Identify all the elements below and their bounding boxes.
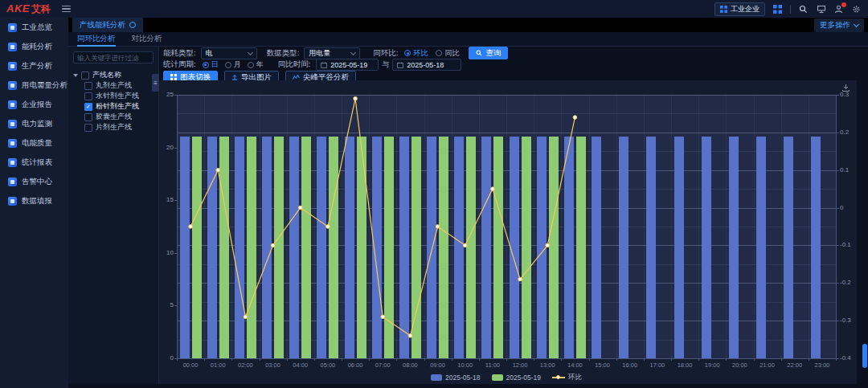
axis-tick (837, 245, 839, 246)
x-axis-tick-label: 14:00 (563, 362, 587, 369)
sidebar-item-energy-analysis[interactable]: 能耗分析 (0, 37, 68, 56)
legend-line-marker (552, 377, 565, 378)
sidebar-item-industry-overview[interactable]: 工业总览 (0, 18, 68, 37)
calendar-icon (397, 62, 403, 68)
x-axis-tick-label: 06:00 (343, 362, 367, 369)
x-axis-tick-label: 12:00 (508, 362, 532, 369)
period-radio-年[interactable]: 年 (248, 59, 264, 70)
scrollbar-thumb[interactable] (862, 344, 867, 368)
date-picker-start[interactable]: 2025-05-19 (316, 59, 379, 71)
subtab-bar: 同环比分析对比分析 (68, 32, 868, 47)
line-point (189, 225, 193, 229)
sidebar-item-statistics-report[interactable]: 统计报表 (0, 153, 68, 172)
logo-text-cn: 艾科 (31, 2, 51, 16)
x-axis-tick-label: 01:00 (206, 362, 230, 369)
line-point (518, 277, 522, 281)
filter-row-2: 统计周期: 日月年 同比时间: 2025-05-19 与 2025-05-18 (163, 59, 461, 71)
legend-item-ratio[interactable]: 环比 (552, 373, 582, 382)
left-axis-tick-label: 0 (161, 355, 174, 361)
legend-item-2025-05-19[interactable]: 2025-05-19 (492, 374, 541, 382)
energy-type-select[interactable]: 电 (201, 47, 257, 59)
tree-item-tablet-line[interactable]: 片剂生产线 (68, 122, 158, 133)
tab-product-line-energy[interactable]: 产线能耗分析 (72, 18, 143, 32)
industry-overview-icon (8, 23, 17, 32)
energy-analysis-icon (8, 43, 17, 51)
axis-tick (837, 170, 839, 171)
enterprise-switch-button[interactable]: 工业企业 (714, 2, 765, 16)
ratio-type-label: 同环比: (373, 48, 398, 59)
line-point (463, 243, 467, 247)
tab-close-icon[interactable] (129, 22, 136, 28)
axis-tick (698, 358, 699, 361)
data-type-label: 数据类型: (267, 48, 300, 59)
power-monitor-icon (8, 120, 17, 129)
axis-tick (671, 358, 672, 361)
more-actions-button[interactable]: 更多操作 (814, 18, 864, 32)
line-point (546, 243, 550, 247)
line-point (326, 225, 330, 229)
date-separator: 与 (382, 59, 389, 70)
axis-tick (506, 358, 507, 361)
ratio-radio-group: 环比同比 (404, 48, 459, 59)
tree-item-water-injection-line[interactable]: 水针剂生产线 (68, 91, 158, 101)
period-radio-日[interactable]: 日 (203, 59, 219, 70)
axis-tick (616, 358, 617, 361)
sidebar-item-power-demand[interactable]: 用电需量分析 (0, 76, 68, 95)
x-axis-tick-label: 00:00 (178, 362, 203, 369)
energy-chart: 05101520250.30.20.10-0.1-0.2-0.3-0.400:0… (159, 80, 857, 384)
tree-root-checkbox[interactable] (81, 71, 89, 80)
tree-root-node[interactable]: 产线名称 (68, 70, 158, 80)
sidebar-item-label: 工业总览 (22, 22, 52, 33)
tree-item-label: 粉针剂生产线 (96, 101, 139, 112)
sidebar-item-enterprise-report[interactable]: 企业报告 (0, 95, 68, 114)
tree-collapse-handle[interactable]: ≡ (152, 74, 159, 92)
legend-item-2025-05-18[interactable]: 2025-05-18 (431, 374, 480, 382)
tree-item-checkbox[interactable] (84, 103, 92, 111)
sidebar-item-data-entry[interactable]: 数据填报 (0, 191, 68, 210)
tree-search-input[interactable] (73, 51, 154, 63)
legend-label: 2025-05-19 (506, 374, 541, 382)
sidebar-item-alarm-center[interactable]: 告警中心 (0, 172, 68, 191)
axis-tick (561, 358, 562, 361)
settings-gear-icon[interactable] (851, 4, 862, 14)
legend-label: 2025-05-18 (445, 374, 480, 382)
right-axis-tick-label: 0 (840, 205, 858, 211)
filter-toolbar: 能耗类型: 电 数据类型: 用电量 同环比: 环比同比 查询 统计周期: (159, 47, 857, 80)
date-picker-end[interactable]: 2025-05-18 (392, 59, 461, 71)
data-type-select[interactable]: 用电量 (304, 47, 360, 59)
tree-item-checkbox[interactable] (84, 113, 92, 121)
ratio-radio-环比[interactable]: 环比 (404, 48, 428, 59)
subtab-compare-analysis[interactable]: 对比分析 (132, 32, 162, 47)
tree-item-checkbox[interactable] (84, 92, 92, 100)
query-button[interactable]: 查询 (469, 47, 508, 59)
sidebar-item-power-quality[interactable]: 电能质量 (0, 133, 68, 153)
x-axis-tick-label: 22:00 (783, 362, 807, 369)
sidebar-item-label: 电能质量 (22, 138, 52, 149)
caret-down-icon (73, 74, 78, 77)
sidebar-item-production-analysis[interactable]: 生产分析 (0, 56, 68, 76)
line-point (271, 243, 275, 247)
period-radio-月[interactable]: 月 (225, 59, 241, 70)
notification-badge (841, 2, 846, 7)
tree-item-checkbox[interactable] (84, 124, 92, 132)
tree-item-pill-line[interactable]: 丸剂生产线 (68, 80, 158, 91)
search-icon[interactable] (798, 4, 809, 14)
axis-tick (260, 358, 260, 361)
tree-item-powder-injection-line[interactable]: 粉针剂生产线 (68, 101, 158, 112)
axis-tick (452, 358, 452, 361)
ratio-radio-同比[interactable]: 同比 (436, 48, 459, 59)
x-axis-tick-label: 02:00 (233, 362, 257, 369)
apps-grid-icon[interactable] (772, 4, 783, 14)
axis-tick (837, 133, 839, 133)
message-icon[interactable] (833, 4, 844, 14)
sidebar-item-power-monitor[interactable]: 电力监测 (0, 114, 68, 133)
tree-item-checkbox[interactable] (84, 82, 92, 90)
hamburger-icon[interactable] (62, 6, 71, 13)
x-axis-tick-label: 15:00 (591, 362, 615, 369)
left-axis-tick-label: 15 (161, 197, 174, 203)
radio-dot-icon (225, 62, 231, 68)
more-actions-label: 更多操作 (820, 20, 850, 31)
org-monitor-icon[interactable] (816, 4, 826, 14)
tree-item-capsule-line[interactable]: 胶囊生产线 (68, 112, 158, 122)
subtab-ratio-analysis[interactable]: 同环比分析 (77, 32, 116, 47)
